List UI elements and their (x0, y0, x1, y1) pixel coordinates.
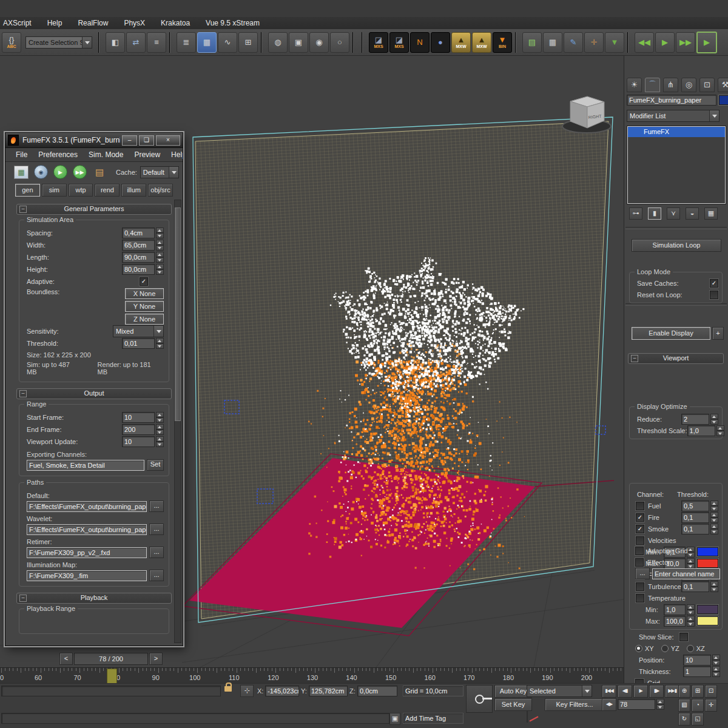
fumefx-tab-wtp[interactable]: wtp (69, 184, 93, 197)
configure-modifier-sets-icon[interactable]: ▦ (704, 207, 718, 220)
spin-up-icon[interactable] (156, 240, 164, 245)
remove-modifier-icon[interactable]: ◒ (686, 207, 699, 220)
spin-up-icon[interactable] (156, 264, 164, 269)
show-end-result-icon[interactable]: ▮ (648, 207, 661, 220)
spin-down-icon[interactable] (710, 506, 718, 511)
next-frame-button[interactable]: ▮▶ (649, 685, 664, 698)
modify-tab-icon[interactable]: ⌒ (645, 78, 660, 92)
dropdown-arrow-icon[interactable] (82, 37, 92, 48)
channel-name-input[interactable]: Enter channel name (652, 568, 720, 579)
value-spinner[interactable] (156, 436, 164, 447)
krakatoa-mxs-export-icon[interactable]: ◪MXS (369, 32, 388, 53)
browse-channel-button[interactable]: ... (635, 568, 650, 579)
path-field[interactable]: F:\Effects\FumeFX_output\burning_paper\ (27, 501, 147, 512)
fumefx-menu-help[interactable]: Help (166, 150, 183, 159)
cache-files-icon[interactable]: ▤ (92, 165, 107, 180)
fumefx-menu-file[interactable]: File (10, 150, 33, 159)
current-frame-field[interactable]: 78 (618, 699, 655, 710)
frame-counter[interactable]: 78 / 200 (74, 653, 148, 665)
new-key-brackets-icon[interactable] (527, 711, 528, 723)
exporting-channels-field[interactable]: Fuel, Smoke, Extra Detail (27, 460, 144, 471)
time-config-icon[interactable]: ◔ (692, 699, 704, 712)
value-spinner[interactable] (687, 616, 695, 627)
render-production-icon[interactable]: ○ (330, 32, 349, 53)
threshold-field[interactable]: 0,1 (681, 581, 709, 592)
spin-up-icon[interactable] (712, 655, 720, 660)
rendered-frame-window-icon[interactable]: ◉ (309, 32, 329, 53)
adaptive-checkbox[interactable]: ✓ (140, 277, 148, 286)
modifier-stack[interactable]: FumeFX (627, 126, 726, 204)
spin-down-icon[interactable] (712, 672, 720, 677)
spin-up-icon[interactable] (687, 604, 695, 610)
transform-gizmo-icon[interactable]: ⊹ (240, 685, 254, 697)
general-parameters-rollout[interactable]: – General Parameters (16, 204, 172, 215)
value-field[interactable]: 0,01 (122, 338, 155, 349)
previous-frame-arrow-button[interactable]: < (59, 653, 73, 665)
path-field[interactable]: F:\Effects\FumeFX_output\burning_paper\ (27, 524, 147, 535)
go-to-end-button[interactable]: ▶▶▮ (665, 685, 679, 698)
save-preview-icon[interactable]: ▦ (14, 166, 29, 179)
paint-tool-icon[interactable]: ✎ (564, 32, 583, 53)
browse-button[interactable]: ... (149, 524, 164, 535)
value-spinner[interactable] (156, 412, 164, 423)
value-field[interactable]: 65,0cm (122, 240, 155, 251)
zoom-region-icon[interactable]: ▧ (678, 699, 690, 712)
spin-up-icon[interactable] (710, 512, 718, 517)
browse-button[interactable]: ... (149, 570, 164, 581)
spin-up-icon[interactable] (710, 414, 718, 419)
show-slice-checkbox[interactable] (679, 633, 688, 641)
color-swatch[interactable] (697, 616, 718, 625)
play-button[interactable]: ▶ (633, 685, 648, 698)
orbit-icon[interactable]: ↻ (678, 713, 690, 726)
threshold-field[interactable]: 0,1 (681, 512, 709, 523)
browse-button[interactable]: ... (149, 500, 164, 512)
spin-down-icon[interactable] (156, 442, 164, 447)
boundless-x-none-button[interactable]: X None (125, 288, 164, 299)
spin-up-icon[interactable] (156, 228, 164, 233)
zoom-icon[interactable]: ⊕ (678, 685, 690, 698)
set-channels-button[interactable]: Set (147, 459, 164, 471)
spin-up-icon[interactable] (156, 424, 164, 430)
sensitivity-dropdown[interactable]: Mixed (113, 325, 164, 337)
spin-up-icon[interactable] (156, 436, 164, 442)
make-unique-icon[interactable]: ⋎ (667, 207, 680, 220)
go-to-start-button[interactable]: ▮◀◀ (602, 685, 616, 698)
temperature-row-checkbox[interactable] (636, 594, 644, 602)
value-field[interactable]: 1,0 (687, 425, 715, 436)
value-spinner[interactable] (712, 666, 720, 677)
gear-play-icon[interactable]: ▶ (655, 32, 675, 53)
viewport-rollout[interactable]: – Viewport (628, 353, 724, 364)
mirror-icon[interactable]: ⇄ (126, 32, 146, 53)
timeline-ruler[interactable]: 0607080901001101201301401501601701801902… (0, 667, 624, 684)
fire-checkbox[interactable]: ✓ (636, 513, 644, 522)
create-selection-set-dropdown[interactable]: Create Selection Se (25, 36, 92, 49)
value-spinner[interactable] (156, 424, 164, 435)
browse-button[interactable]: ... (149, 547, 164, 558)
value-spinner[interactable] (712, 655, 720, 666)
collapse-icon[interactable]: – (19, 390, 27, 397)
create-tab-icon[interactable]: ☀ (627, 78, 642, 92)
threshold-field[interactable]: 0,5 (681, 500, 709, 511)
gear-forward-icon[interactable]: ▶▶ (676, 32, 695, 53)
menu-item-vue-9-5-xstream[interactable]: Vue 9.5 xStream (198, 19, 268, 27)
set-key-icon[interactable] (466, 685, 493, 713)
value-spinner[interactable] (716, 425, 724, 436)
expand-display-button[interactable]: + (712, 327, 724, 340)
playback-rollout[interactable]: – Playback (16, 593, 172, 604)
spin-down-icon[interactable] (687, 621, 695, 627)
spin-up-icon[interactable] (712, 666, 720, 672)
align-icon[interactable]: ≡ (147, 32, 166, 53)
krakatoa-mxs-cube-icon[interactable]: ◪MXS (389, 32, 409, 53)
spin-down-icon[interactable] (710, 517, 718, 523)
pin-stack-icon[interactable]: ⊶ (629, 207, 642, 220)
z-coordinate-field[interactable]: 0,0cm (357, 686, 397, 696)
value-field[interactable]: 0,4cm (122, 228, 155, 238)
track-bar[interactable] (1, 686, 221, 696)
resetonloop-checkbox[interactable] (710, 291, 718, 299)
value-spinner[interactable] (156, 240, 164, 251)
spin-up-icon[interactable] (710, 500, 718, 506)
value-field[interactable]: 2 (681, 414, 709, 425)
flashlight-icon[interactable]: ◉ (34, 165, 48, 179)
fumefx-tab-gen[interactable]: gen (15, 184, 40, 197)
krakatoa-sphere-icon[interactable]: ● (431, 32, 450, 53)
